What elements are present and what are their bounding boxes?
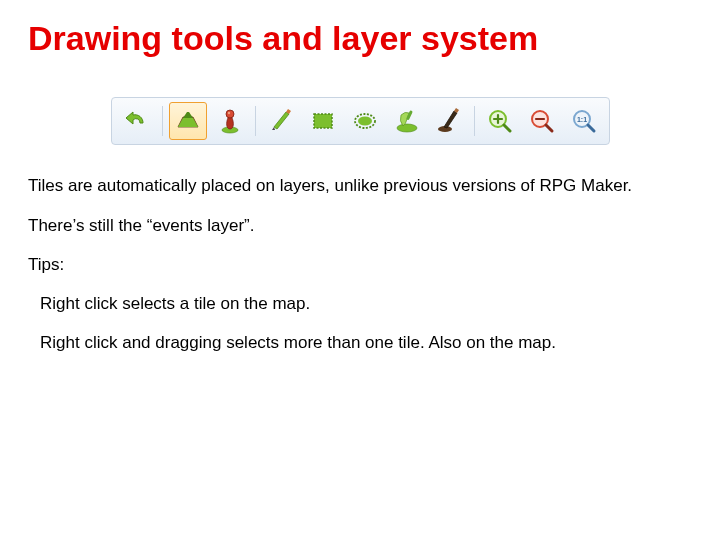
svg-line-25 (588, 125, 594, 131)
svg-marker-15 (444, 111, 457, 128)
svg-marker-7 (274, 112, 289, 129)
tip-right-click-drag: Right click and dragging selects more th… (40, 332, 692, 353)
rectangle-icon (309, 107, 337, 135)
paragraph-events-layer: There’s still the “events layer”. (28, 215, 692, 236)
floodfill-button[interactable] (388, 102, 426, 140)
toolbar-separator (162, 106, 163, 136)
svg-marker-2 (183, 112, 193, 118)
shadowpen-icon (435, 107, 463, 135)
undo-icon (123, 107, 151, 135)
drawing-toolbar: 1:1 (111, 97, 610, 145)
zoom-actual-button[interactable]: 1:1 (565, 102, 603, 140)
undo-button[interactable] (118, 102, 156, 140)
tip-right-click: Right click selects a tile on the map. (40, 293, 692, 314)
svg-point-5 (227, 112, 229, 114)
zoom-in-button[interactable] (481, 102, 519, 140)
zoom-out-button[interactable] (523, 102, 561, 140)
floodfill-icon (393, 107, 421, 135)
tips-heading: Tips: (28, 254, 692, 275)
svg-line-18 (504, 125, 510, 131)
toolbar-separator (255, 106, 256, 136)
ellipse-button[interactable] (346, 102, 384, 140)
toolbar-container: 1:1 (28, 97, 692, 145)
paragraph-layers: Tiles are automatically placed on layers… (28, 175, 692, 196)
map-mode-button[interactable] (169, 102, 207, 140)
svg-point-12 (397, 124, 417, 132)
rectangle-button[interactable] (304, 102, 342, 140)
zoom-actual-icon: 1:1 (570, 107, 598, 135)
event-mode-icon (216, 107, 244, 135)
shadowpen-button[interactable] (430, 102, 468, 140)
svg-line-22 (546, 125, 552, 131)
svg-text:1:1: 1:1 (576, 116, 586, 123)
svg-point-11 (358, 117, 372, 126)
page-title: Drawing tools and layer system (28, 20, 692, 57)
map-mode-icon (174, 107, 202, 135)
svg-rect-9 (314, 114, 332, 128)
ellipse-icon (351, 107, 379, 135)
svg-point-4 (226, 110, 234, 118)
pencil-icon (267, 107, 295, 135)
zoom-out-icon (528, 107, 556, 135)
svg-marker-1 (178, 118, 198, 127)
event-mode-button[interactable] (211, 102, 249, 140)
toolbar-separator (474, 106, 475, 136)
slide-content: Drawing tools and layer system (0, 0, 720, 392)
zoom-in-icon (486, 107, 514, 135)
pencil-button[interactable] (262, 102, 300, 140)
